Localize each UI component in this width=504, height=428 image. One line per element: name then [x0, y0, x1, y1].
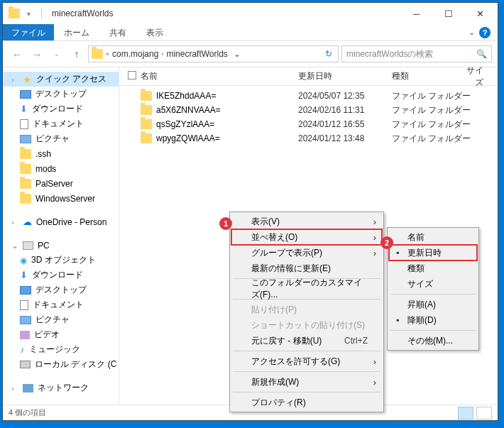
select-all-checkbox[interactable] — [128, 71, 136, 79]
breadcrumb[interactable]: minecraftWorlds — [166, 49, 227, 59]
ctx-group[interactable]: グループで表示(P) — [231, 245, 382, 260]
ctx-undo[interactable]: 元に戻す - 移動(U)Ctrl+Z — [231, 333, 382, 349]
sidebar-item-music[interactable]: ♪ミュージック — [3, 342, 119, 357]
explorer-window: ▾ minecraftWorlds ─ ☐ ✕ ファイル ホーム 共有 表示 ⌄… — [2, 2, 498, 421]
ctx-sort-size[interactable]: サイズ — [389, 276, 477, 292]
nav-forward-button[interactable]: → — [28, 45, 45, 62]
sidebar-onedrive[interactable]: ☁OneDrive - Person — [3, 214, 119, 229]
address-dropdown-icon[interactable]: ⌄ — [231, 49, 243, 59]
ctx-sort-date[interactable]: 更新日時 — [389, 245, 477, 260]
column-type[interactable]: 種類 — [392, 70, 463, 82]
context-menu-sort: 名前 更新日時 種類 サイズ 昇順(A) 降順(D) その他(M)... — [387, 227, 479, 351]
search-placeholder: minecraftWorldsの検索 — [346, 48, 433, 60]
navigation-pane: ★クイック アクセス デスクトップ ⬇ダウンロード ドキュメント ピクチャ .s… — [3, 67, 119, 405]
sidebar-item-3d[interactable]: ◉3D オブジェクト — [3, 253, 119, 268]
minimize-button[interactable]: ─ — [400, 3, 432, 24]
ctx-paste: 貼り付け(P) — [231, 302, 382, 317]
file-type: ファイル フォルダー — [392, 90, 471, 102]
download-icon: ⬇ — [20, 104, 28, 114]
nav-history-button[interactable]: ⌄ — [48, 45, 65, 62]
music-icon: ♪ — [20, 344, 25, 355]
file-tab[interactable]: ファイル — [3, 24, 54, 40]
nav-up-button[interactable]: ↑ — [68, 45, 85, 62]
sidebar-item-pictures[interactable]: ピクチャ — [3, 131, 119, 146]
sidebar-item-ssh[interactable]: .ssh — [3, 146, 119, 161]
document-icon — [20, 119, 28, 129]
titlebar: ▾ minecraftWorlds ─ ☐ ✕ — [3, 3, 498, 24]
ctx-customize[interactable]: このフォルダーのカスタマイズ(F)... — [231, 281, 382, 297]
sidebar-network[interactable]: ネットワーク — [3, 380, 119, 395]
file-name: wpygZQWlAAA= — [156, 133, 220, 143]
sidebar-item-downloads[interactable]: ⬇ダウンロード — [3, 101, 119, 116]
file-date: 2024/02/16 11:31 — [298, 105, 392, 115]
qat-item[interactable]: ▾ — [23, 8, 34, 19]
context-menu-main: 表示(V) 並べ替え(O) グループで表示(P) 最新の情報に更新(E) このフ… — [229, 212, 384, 412]
sidebar-item-desktop[interactable]: デスクトップ — [3, 282, 119, 297]
item-count: 4 個の項目 — [9, 407, 46, 418]
folder-icon — [92, 49, 103, 59]
refresh-icon[interactable]: ↻ — [322, 49, 335, 59]
desktop-icon — [20, 90, 31, 99]
3d-icon: ◉ — [20, 256, 27, 265]
ctx-sort-other[interactable]: その他(M)... — [389, 333, 477, 349]
sidebar-item-documents[interactable]: ドキュメント — [3, 297, 119, 312]
sidebar-item-mods[interactable]: mods — [3, 161, 119, 176]
file-type: ファイル フォルダー — [392, 133, 471, 145]
ctx-sort-desc[interactable]: 降順(D) — [389, 312, 477, 328]
share-tab[interactable]: 共有 — [99, 24, 136, 40]
folder-icon — [141, 119, 152, 129]
file-row[interactable]: qsSgZYzlAAA=2024/01/12 16:55ファイル フォルダー — [119, 117, 498, 131]
ctx-sort-name[interactable]: 名前 — [389, 229, 477, 245]
view-tab[interactable]: 表示 — [136, 24, 173, 40]
file-row[interactable]: IKE5ZhddAAA=2024/05/07 12:35ファイル フォルダー — [119, 89, 498, 103]
sidebar-item-videos[interactable]: ビデオ — [3, 327, 119, 342]
ctx-view[interactable]: 表示(V) — [231, 214, 382, 229]
column-date[interactable]: 更新日時 — [298, 70, 392, 82]
file-row[interactable]: wpygZQWlAAA=2024/01/12 13:48ファイル フォルダー — [119, 131, 498, 146]
sidebar-item-winserver[interactable]: WindowsServer — [3, 191, 119, 206]
nav-back-button[interactable]: ← — [9, 45, 26, 62]
sidebar-item-documents[interactable]: ドキュメント — [3, 116, 119, 131]
onedrive-icon: ☁ — [23, 216, 32, 227]
address-bar[interactable]: « com.mojang › minecraftWorlds ⌄ ↻ — [88, 45, 339, 62]
sidebar-item-downloads[interactable]: ⬇ダウンロード — [3, 268, 119, 282]
column-name[interactable]: 名前 — [141, 70, 298, 82]
folder-icon — [20, 179, 31, 189]
app-icon — [9, 9, 20, 18]
download-icon: ⬇ — [20, 270, 28, 280]
ctx-access[interactable]: アクセスを許可する(G) — [231, 353, 382, 369]
sidebar-pc[interactable]: PC — [3, 238, 119, 253]
ribbon-tabs: ファイル ホーム 共有 表示 ⌄ ? — [3, 24, 498, 41]
file-type: ファイル フォルダー — [392, 104, 471, 116]
sidebar-item-palserver[interactable]: PalServer — [3, 176, 119, 191]
file-date: 2024/05/07 12:35 — [298, 91, 392, 101]
folder-icon — [20, 149, 31, 159]
ctx-sort[interactable]: 並べ替え(O) — [231, 229, 382, 245]
ctx-properties[interactable]: プロパティ(R) — [231, 395, 382, 410]
file-row[interactable]: a5X6ZNNVAAA=2024/02/16 11:31ファイル フォルダー — [119, 103, 498, 117]
ctx-refresh[interactable]: 最新の情報に更新(E) — [231, 260, 382, 276]
ctx-sort-asc[interactable]: 昇順(A) — [389, 297, 477, 312]
details-view-button[interactable] — [458, 407, 473, 419]
icons-view-button[interactable] — [476, 407, 492, 419]
ctx-sort-type[interactable]: 種類 — [389, 260, 477, 276]
ctx-new[interactable]: 新規作成(W) — [231, 374, 382, 390]
close-button[interactable]: ✕ — [464, 3, 496, 24]
address-bar-row: ← → ⌄ ↑ « com.mojang › minecraftWorlds ⌄… — [3, 41, 498, 67]
sidebar-quick-access[interactable]: ★クイック アクセス — [3, 72, 119, 87]
search-input[interactable]: minecraftWorldsの検索 🔍 — [341, 45, 492, 62]
disk-icon — [20, 361, 31, 368]
folder-icon — [141, 133, 152, 143]
ribbon-collapse-icon[interactable]: ⌄ — [469, 28, 475, 37]
column-headers: 名前 更新日時 種類 サイズ — [119, 67, 498, 86]
column-size[interactable]: サイズ — [463, 65, 498, 89]
sidebar-item-cdrive[interactable]: ローカル ディスク (C — [3, 357, 119, 372]
document-icon — [20, 300, 28, 310]
sidebar-item-desktop[interactable]: デスクトップ — [3, 87, 119, 101]
help-icon[interactable]: ? — [479, 27, 491, 38]
breadcrumb[interactable]: com.mojang — [112, 49, 158, 59]
maximize-button[interactable]: ☐ — [432, 3, 464, 24]
desktop-icon — [20, 286, 31, 295]
sidebar-item-pictures[interactable]: ピクチャ — [3, 312, 119, 327]
home-tab[interactable]: ホーム — [54, 24, 99, 40]
